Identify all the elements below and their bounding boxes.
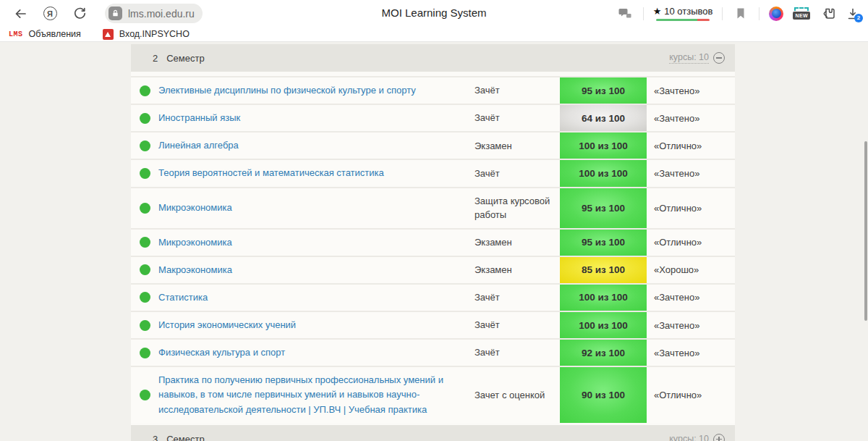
course-row: Теория вероятностей и математическая ста… — [131, 159, 735, 186]
grade-text: «Отлично» — [654, 237, 702, 248]
vertical-scrollbar[interactable] — [864, 141, 867, 321]
downloads-button[interactable]: 2 — [846, 7, 859, 20]
collapse-icon[interactable] — [713, 52, 725, 64]
course-cell: Элективные дисциплины по физической куль… — [158, 77, 475, 104]
score-badge: 95 из 100 — [560, 188, 647, 228]
course-row: Физическая культура и спорт Зачёт 92 из … — [131, 338, 735, 366]
toolbar-divider — [759, 7, 760, 20]
course-link[interactable]: Теория вероятностей и математическая ста… — [158, 166, 384, 180]
score-cell: 92 из 100 — [560, 340, 647, 366]
score-badge: 90 из 100 — [560, 367, 647, 422]
bookmark-announcements[interactable]: LMS Объявления — [9, 29, 81, 39]
course-cell: Микроэкономика — [158, 230, 475, 256]
score-badge: 64 из 100 — [560, 105, 647, 131]
grade-text: «Отлично» — [654, 390, 702, 400]
course-link[interactable]: Макроэкономика — [158, 263, 232, 277]
grade-text: «Зачтено» — [654, 292, 699, 303]
completed-status-dot — [140, 348, 150, 358]
score-badge: 100 из 100 — [560, 312, 647, 338]
extension-browser-icon[interactable] — [769, 7, 783, 21]
grade-text: «Зачтено» — [654, 85, 699, 96]
course-link[interactable]: Иностранный язык — [158, 111, 240, 125]
score-cell: 85 из 100 — [560, 257, 647, 283]
completed-status-dot — [140, 113, 150, 124]
completed-status-dot — [140, 203, 150, 214]
semester-2-header: 2 Семестр курсы: 10 — [131, 44, 735, 72]
grade-cell: «Зачтено» — [647, 340, 735, 366]
score-badge: 95 из 100 — [560, 77, 647, 104]
course-row: Линейная алгебра Экзамен 100 из 100 «Отл… — [131, 131, 735, 159]
course-link[interactable]: Физическая культура и спорт — [158, 345, 285, 360]
completed-status-dot — [140, 264, 150, 275]
grade-cell: «Отлично» — [647, 230, 735, 256]
semester-3-header: 3 Семестр курсы: 10 — [131, 425, 735, 441]
site-reviews[interactable]: ★ 10 отзывов — [653, 6, 713, 21]
grade-cell: «Отлично» — [647, 188, 735, 228]
semester-title: Семестр — [166, 53, 204, 64]
back-button[interactable] — [12, 5, 29, 22]
course-row: История экономических учений Зачёт 100 и… — [131, 311, 735, 338]
assessment-type: Зачёт — [475, 318, 500, 332]
course-row: Микроэкономика Экзамен 95 из 100 «Отличн… — [131, 228, 735, 256]
course-link[interactable]: Элективные дисциплины по физической куль… — [158, 83, 416, 98]
refresh-button[interactable] — [71, 5, 88, 22]
grade-cell: «Зачтено» — [647, 105, 735, 131]
status-cell — [131, 188, 158, 228]
selection-brackets-icon — [794, 7, 809, 11]
bookmarks-bar: LMS Объявления Вход.INPSYCHO — [0, 27, 868, 42]
semester-3-courses-toggle[interactable]: курсы: 10 — [669, 434, 725, 441]
score-cell: 95 из 100 — [560, 230, 647, 256]
completed-status-dot — [140, 292, 150, 303]
bookmark-flag-button[interactable] — [732, 5, 749, 22]
browser-toolbar: Я lms.moi.edu.ru MOI Learning System — [0, 0, 868, 27]
yandex-button[interactable]: Я — [41, 5, 59, 22]
semester-title: Семестр — [166, 434, 204, 441]
courses-count-label: курсы: 10 — [669, 52, 709, 64]
score-cell: 95 из 100 — [560, 188, 647, 228]
course-link[interactable]: Статистика — [158, 290, 208, 305]
course-link[interactable]: Линейная алгебра — [158, 138, 239, 153]
assessment-type: Зачёт — [475, 167, 500, 181]
course-link[interactable]: Микроэкономика — [158, 235, 232, 250]
course-rows-container: Элективные дисциплины по физической куль… — [131, 76, 735, 423]
yandex-logo-icon: Я — [43, 7, 57, 20]
course-cell: Микроэкономика — [158, 188, 475, 228]
semester-2-courses-toggle[interactable]: курсы: 10 — [669, 52, 725, 64]
assessment-cell: Экзамен — [475, 230, 560, 256]
course-link[interactable]: Микроэкономика — [158, 201, 232, 215]
screenshot-tool-button[interactable]: NEW — [793, 7, 810, 20]
status-cell — [131, 77, 158, 104]
course-link[interactable]: История экономических учений — [158, 318, 296, 332]
score-badge: 100 из 100 — [560, 133, 647, 159]
course-row: Элективные дисциплины по физической куль… — [131, 76, 735, 104]
grade-text: «Отлично» — [654, 140, 702, 151]
assessment-cell: Зачёт — [475, 340, 560, 366]
assessment-cell: Зачёт — [475, 160, 560, 186]
status-cell — [131, 133, 158, 159]
grade-cell: «Зачтено» — [647, 77, 735, 104]
toolbar-divider — [722, 7, 723, 20]
assessment-cell: Экзамен — [475, 257, 560, 283]
new-badge: NEW — [793, 12, 810, 20]
course-cell: Иностранный язык — [158, 105, 475, 131]
completed-status-dot — [140, 237, 150, 248]
protect-chat-button[interactable] — [616, 5, 634, 22]
expand-icon[interactable] — [713, 434, 725, 441]
assessment-type: Зачёт — [475, 83, 500, 98]
grade-cell: «Зачтено» — [647, 312, 735, 338]
bookmark-inpsycho[interactable]: Вход.INPSYCHO — [103, 29, 190, 40]
collections-button[interactable] — [820, 5, 837, 22]
lms-page: 2 Семестр курсы: 10 Элективные дисциплин… — [0, 42, 868, 441]
grade-text: «Отлично» — [654, 203, 702, 214]
lock-icon[interactable] — [109, 7, 122, 20]
status-cell — [131, 230, 158, 256]
score-cell: 90 из 100 — [560, 367, 647, 422]
assessment-cell: Экзамен — [475, 133, 560, 159]
bookmark-label: Вход.INPSYCHO — [119, 29, 190, 39]
score-cell: 100 из 100 — [560, 285, 647, 311]
address-bar[interactable]: lms.moi.edu.ru — [105, 4, 203, 23]
course-row: Микроэкономика Защита курсовой работы 95… — [131, 187, 735, 228]
course-link[interactable]: Практика по получению первичных професси… — [158, 373, 464, 416]
downloads-count-badge: 2 — [854, 14, 863, 22]
semester-number: 3 — [153, 434, 158, 441]
